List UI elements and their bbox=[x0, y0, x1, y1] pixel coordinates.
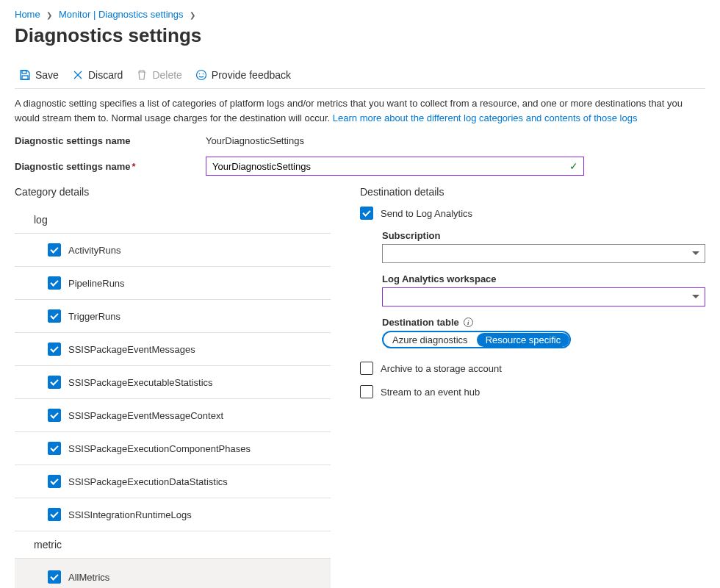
log-checkbox[interactable] bbox=[48, 276, 61, 290]
svg-point-3 bbox=[199, 74, 201, 75]
log-label: SSISPackageExecutionDataStatistics bbox=[68, 476, 228, 487]
log-row: PipelineRuns bbox=[15, 267, 331, 300]
stream-eventhub-checkbox[interactable] bbox=[360, 385, 373, 398]
log-row: SSISPackageExecutionComponentPhases bbox=[15, 432, 331, 465]
name-input[interactable] bbox=[206, 157, 584, 176]
chevron-right-icon: ❯ bbox=[190, 11, 195, 19]
log-checkbox[interactable] bbox=[48, 309, 61, 323]
log-label: SSISPackageEventMessages bbox=[68, 344, 195, 355]
log-label: TriggerRuns bbox=[68, 311, 120, 322]
name-label-static: Diagnostic settings name bbox=[15, 135, 206, 146]
breadcrumb-monitor[interactable]: Monitor | Diagnostics settings bbox=[59, 9, 184, 20]
destination-details-column: Destination details Send to Log Analytic… bbox=[360, 186, 705, 588]
log-checkbox[interactable] bbox=[48, 243, 61, 257]
description-text: A diagnostic setting specifies a list of… bbox=[15, 96, 705, 125]
name-value-static: YourDiagnosticSettings bbox=[206, 135, 304, 146]
close-icon bbox=[72, 69, 84, 81]
metric-checkbox[interactable] bbox=[48, 570, 61, 584]
destination-table-label: Destination table i bbox=[382, 317, 705, 328]
required-indicator: * bbox=[132, 161, 135, 172]
subscription-select[interactable] bbox=[382, 244, 705, 263]
log-row: TriggerRuns bbox=[15, 300, 331, 333]
category-details-header: Category details bbox=[15, 186, 331, 198]
metric-label: AllMetrics bbox=[68, 572, 109, 583]
svg-point-4 bbox=[203, 74, 204, 75]
log-label: SSISPackageExecutableStatistics bbox=[68, 377, 213, 388]
log-label: SSISPackageExecutionComponentPhases bbox=[68, 443, 251, 454]
smiley-icon bbox=[195, 69, 207, 81]
log-label: SSISPackageEventMessageContext bbox=[68, 410, 223, 421]
svg-rect-0 bbox=[22, 71, 26, 74]
svg-point-2 bbox=[196, 71, 206, 80]
feedback-label: Provide feedback bbox=[212, 69, 291, 81]
log-label: ActivityRuns bbox=[68, 245, 121, 256]
log-row: SSISPackageEventMessageContext bbox=[15, 399, 331, 432]
log-group-header: log bbox=[15, 207, 331, 234]
log-row: SSISPackageExecutableStatistics bbox=[15, 366, 331, 399]
log-checkbox[interactable] bbox=[48, 376, 61, 389]
toolbar: Save Discard Delete Provide feedback bbox=[15, 63, 705, 89]
log-checkbox[interactable] bbox=[48, 442, 61, 455]
archive-storage-checkbox[interactable] bbox=[360, 362, 373, 375]
feedback-button[interactable]: Provide feedback bbox=[195, 69, 291, 81]
log-row: SSISPackageEventMessages bbox=[15, 333, 331, 366]
page-title: Diagnostics settings bbox=[15, 24, 705, 47]
log-checkbox[interactable] bbox=[48, 475, 61, 488]
log-checkbox[interactable] bbox=[48, 409, 61, 422]
stream-eventhub-label: Stream to an event hub bbox=[381, 387, 480, 398]
log-label: SSISIntegrationRuntimeLogs bbox=[68, 509, 192, 520]
name-label-required: Diagnostic settings name* bbox=[15, 161, 206, 172]
category-details-column: Category details log ActivityRunsPipelin… bbox=[15, 186, 331, 588]
breadcrumb: Home ❯ Monitor | Diagnostics settings ❯ bbox=[15, 9, 705, 20]
metric-group-header: metric bbox=[15, 531, 331, 559]
subscription-label: Subscription bbox=[382, 230, 705, 241]
toggle-resource-specific[interactable]: Resource specific bbox=[477, 333, 570, 347]
svg-rect-1 bbox=[22, 76, 28, 79]
send-log-analytics-checkbox[interactable] bbox=[360, 207, 373, 220]
destination-table-toggle[interactable]: Azure diagnostics Resource specific bbox=[382, 331, 571, 348]
workspace-label: Log Analytics workspace bbox=[382, 273, 705, 284]
toggle-azure-diagnostics[interactable]: Azure diagnostics bbox=[384, 333, 477, 347]
save-button[interactable]: Save bbox=[19, 69, 59, 81]
archive-storage-label: Archive to a storage account bbox=[381, 363, 502, 374]
log-row: SSISIntegrationRuntimeLogs bbox=[15, 498, 331, 531]
valid-check-icon: ✓ bbox=[569, 160, 578, 172]
discard-button[interactable]: Discard bbox=[72, 69, 123, 81]
log-checkbox[interactable] bbox=[48, 508, 61, 521]
log-row: ActivityRuns bbox=[15, 234, 331, 267]
chevron-right-icon: ❯ bbox=[46, 11, 52, 19]
delete-label: Delete bbox=[152, 69, 181, 81]
breadcrumb-home[interactable]: Home bbox=[15, 9, 40, 20]
save-icon bbox=[19, 69, 31, 81]
send-log-analytics-label: Send to Log Analytics bbox=[381, 208, 472, 219]
log-row: SSISPackageExecutionDataStatistics bbox=[15, 465, 331, 498]
metric-row: AllMetrics bbox=[15, 559, 331, 588]
save-label: Save bbox=[35, 69, 59, 81]
delete-button: Delete bbox=[136, 69, 181, 81]
info-icon[interactable]: i bbox=[464, 318, 473, 327]
workspace-select[interactable] bbox=[382, 287, 705, 306]
destination-details-header: Destination details bbox=[360, 186, 705, 198]
learn-more-link[interactable]: Learn more about the different log categ… bbox=[333, 112, 638, 123]
log-checkbox[interactable] bbox=[48, 343, 61, 356]
log-label: PipelineRuns bbox=[68, 278, 125, 289]
discard-label: Discard bbox=[88, 69, 123, 81]
trash-icon bbox=[136, 69, 148, 81]
